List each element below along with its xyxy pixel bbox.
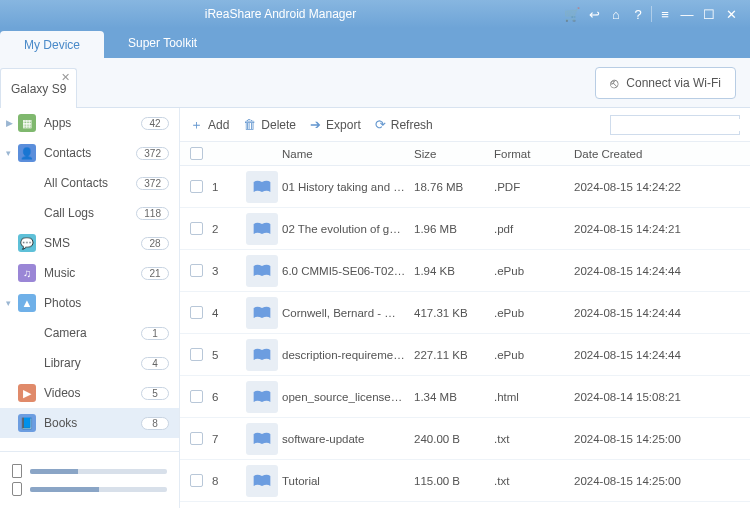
sidebar-item-call-logs[interactable]: Call Logs118: [0, 198, 179, 228]
cart-icon[interactable]: 🛒: [561, 3, 583, 25]
wifi-icon: ⎋: [610, 75, 618, 91]
count-badge: 28: [141, 237, 169, 250]
contacts-icon: 👤: [18, 144, 36, 162]
file-format: .ePub: [494, 349, 574, 361]
file-date: 2024-08-15 14:24:44: [574, 349, 750, 361]
back-icon[interactable]: ↩: [583, 3, 605, 25]
maximize-icon[interactable]: ☐: [698, 3, 720, 25]
apps-icon: ▦: [18, 114, 36, 132]
connect-wifi-button[interactable]: ⎋ Connect via Wi-Fi: [595, 67, 736, 99]
col-name[interactable]: Name: [282, 148, 414, 160]
row-checkbox[interactable]: [190, 264, 203, 277]
minimize-icon[interactable]: —: [676, 3, 698, 25]
book-icon: [246, 171, 278, 203]
header-icons: 🛒 ↩ ⌂ ? ≡ — ☐ ✕: [561, 3, 750, 25]
sidebar-item-apps[interactable]: ▶▦Apps42: [0, 108, 179, 138]
row-checkbox[interactable]: [190, 474, 203, 487]
book-icon: [246, 423, 278, 455]
tab-super-toolkit[interactable]: Super Toolkit: [104, 28, 221, 58]
photos-icon: ▲: [18, 294, 36, 312]
home-icon[interactable]: ⌂: [605, 3, 627, 25]
table-row[interactable]: 4Cornwell, Bernard - War...417.31 KB.ePu…: [180, 292, 750, 334]
sidebar: ▶▦Apps42▾👤Contacts372All Contacts372Call…: [0, 108, 180, 508]
toolbar: ＋Add 🗑Delete ➔Export ⟳Refresh 🔍: [180, 108, 750, 142]
book-icon: [246, 381, 278, 413]
file-name: 02 The evolution of gene...: [282, 223, 414, 235]
file-size: 1.34 MB: [414, 391, 494, 403]
col-date[interactable]: Date Created: [574, 148, 750, 160]
col-format[interactable]: Format: [494, 148, 574, 160]
export-button[interactable]: ➔Export: [310, 117, 361, 132]
close-device-tab-icon[interactable]: ✕: [61, 71, 70, 84]
sidebar-item-contacts[interactable]: ▾👤Contacts372: [0, 138, 179, 168]
count-badge: 21: [141, 267, 169, 280]
sidebar-item-label: Apps: [44, 116, 141, 130]
file-date: 2024-08-15 14:25:00: [574, 433, 750, 445]
device-name: Galaxy S9: [11, 82, 66, 96]
sidebar-item-label: Camera: [44, 326, 141, 340]
row-checkbox[interactable]: [190, 180, 203, 193]
count-badge: 42: [141, 117, 169, 130]
sms-icon: 💬: [18, 234, 36, 252]
device-tab[interactable]: ✕ Galaxy S9: [0, 68, 77, 108]
file-name: Cornwell, Bernard - War...: [282, 307, 414, 319]
help-icon[interactable]: ?: [627, 3, 649, 25]
count-badge: 372: [136, 147, 169, 160]
row-index: 3: [212, 265, 242, 277]
file-date: 2024-08-15 14:24:21: [574, 223, 750, 235]
file-format: .pdf: [494, 223, 574, 235]
refresh-button[interactable]: ⟳Refresh: [375, 117, 433, 132]
file-format: .PDF: [494, 181, 574, 193]
sidebar-item-sms[interactable]: 💬SMS28: [0, 228, 179, 258]
file-size: 240.00 B: [414, 433, 494, 445]
menu-icon[interactable]: ≡: [654, 3, 676, 25]
file-name: open_source_licenses_...: [282, 391, 414, 403]
row-checkbox[interactable]: [190, 306, 203, 319]
row-index: 8: [212, 475, 242, 487]
delete-button[interactable]: 🗑Delete: [243, 117, 296, 132]
row-checkbox[interactable]: [190, 348, 203, 361]
row-checkbox[interactable]: [190, 390, 203, 403]
book-icon: [246, 297, 278, 329]
sidebar-item-photos[interactable]: ▾▲Photos: [0, 288, 179, 318]
plus-icon: ＋: [190, 116, 203, 134]
table-row[interactable]: 6open_source_licenses_...1.34 MB.html202…: [180, 376, 750, 418]
add-button[interactable]: ＋Add: [190, 116, 229, 134]
table-row[interactable]: 7software-update240.00 B.txt2024-08-15 1…: [180, 418, 750, 460]
search-input[interactable]: [615, 119, 750, 131]
col-size[interactable]: Size: [414, 148, 494, 160]
table-row[interactable]: 36.0 CMMI5-SE06-T02te...1.94 KB.ePub2024…: [180, 250, 750, 292]
row-checkbox[interactable]: [190, 222, 203, 235]
row-index: 5: [212, 349, 242, 361]
tab-my-device[interactable]: My Device: [0, 31, 104, 58]
book-icon: [246, 255, 278, 287]
book-icon: [246, 339, 278, 371]
table-row[interactable]: 8Tutorial115.00 B.txt2024-08-15 14:25:00: [180, 460, 750, 502]
select-all-checkbox[interactable]: [190, 147, 203, 160]
sidebar-item-books[interactable]: 📘Books8: [0, 408, 179, 438]
file-size: 18.76 MB: [414, 181, 494, 193]
sidebar-item-label: Videos: [44, 386, 141, 400]
search-box[interactable]: 🔍: [610, 115, 740, 135]
row-checkbox[interactable]: [190, 432, 203, 445]
count-badge: 8: [141, 417, 169, 430]
sidebar-item-all-contacts[interactable]: All Contacts372: [0, 168, 179, 198]
file-format: .txt: [494, 475, 574, 487]
table-row[interactable]: 101 History taking and cli...18.76 MB.PD…: [180, 166, 750, 208]
sidebar-item-music[interactable]: ♫Music21: [0, 258, 179, 288]
file-format: .ePub: [494, 307, 574, 319]
close-icon[interactable]: ✕: [720, 3, 742, 25]
sidebar-item-label: Call Logs: [44, 206, 136, 220]
table-row[interactable]: 5description-requirements227.11 KB.ePub2…: [180, 334, 750, 376]
sidebar-item-videos[interactable]: ▶Videos5: [0, 378, 179, 408]
file-date: 2024-08-15 14:24:44: [574, 307, 750, 319]
file-date: 2024-08-15 14:24:44: [574, 265, 750, 277]
table-row[interactable]: 202 The evolution of gene...1.96 MB.pdf2…: [180, 208, 750, 250]
sidebar-item-camera[interactable]: Camera1: [0, 318, 179, 348]
books-icon: 📘: [18, 414, 36, 432]
file-size: 417.31 KB: [414, 307, 494, 319]
file-size: 1.96 MB: [414, 223, 494, 235]
expand-icon: ▾: [6, 148, 18, 158]
sidebar-item-library[interactable]: Library4: [0, 348, 179, 378]
file-size: 227.11 KB: [414, 349, 494, 361]
